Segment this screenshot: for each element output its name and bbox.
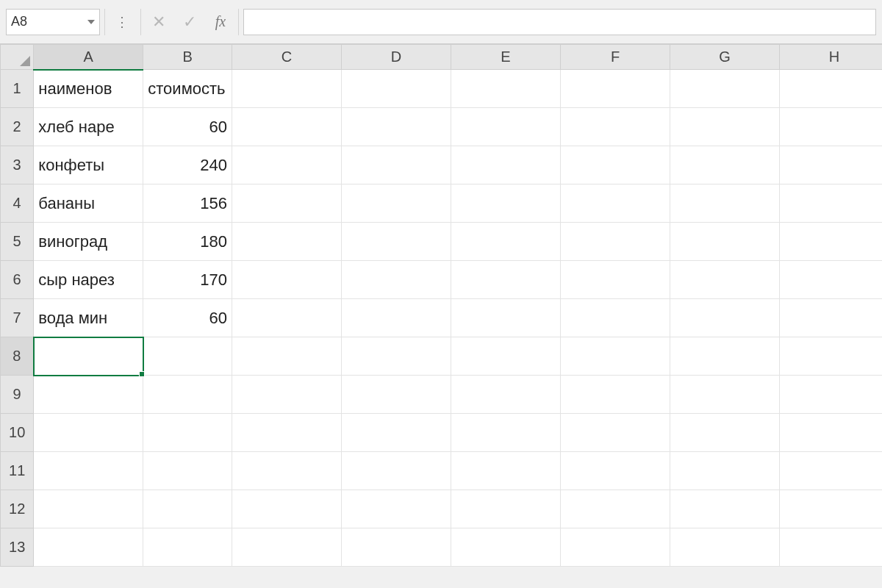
row-header[interactable]: 4 — [1, 184, 34, 223]
cell-B3[interactable]: 240 — [143, 146, 232, 184]
cell-G5[interactable] — [670, 223, 780, 261]
cell-G11[interactable] — [670, 452, 780, 490]
cell-F11[interactable] — [561, 452, 670, 490]
cell-B13[interactable] — [143, 528, 232, 567]
cell-E7[interactable] — [451, 299, 561, 337]
cell-F7[interactable] — [561, 299, 670, 337]
cell-E12[interactable] — [451, 490, 561, 528]
cell-H13[interactable] — [780, 528, 883, 567]
row-header[interactable]: 9 — [1, 376, 34, 414]
cell-B9[interactable] — [143, 376, 232, 414]
column-header-E[interactable]: E — [451, 45, 561, 70]
cell-D3[interactable] — [342, 146, 451, 184]
row-header[interactable]: 6 — [1, 261, 34, 299]
cell-C2[interactable] — [232, 108, 342, 146]
cell-A13[interactable] — [34, 528, 143, 567]
cell-A4[interactable]: бананы — [34, 184, 143, 223]
cell-H10[interactable] — [780, 414, 883, 452]
cell-B4[interactable]: 156 — [143, 184, 232, 223]
row-header[interactable]: 12 — [1, 490, 34, 528]
cell-E1[interactable] — [451, 70, 561, 108]
cell-H12[interactable] — [780, 490, 883, 528]
cell-C10[interactable] — [232, 414, 342, 452]
column-header-D[interactable]: D — [342, 45, 451, 70]
cell-D6[interactable] — [342, 261, 451, 299]
cell-A1[interactable]: наименов — [34, 70, 143, 108]
cell-E3[interactable] — [451, 146, 561, 184]
cell-D10[interactable] — [342, 414, 451, 452]
cell-G13[interactable] — [670, 528, 780, 567]
cell-B7[interactable]: 60 — [143, 299, 232, 337]
cell-C9[interactable] — [232, 376, 342, 414]
cell-D9[interactable] — [342, 376, 451, 414]
column-header-C[interactable]: C — [232, 45, 342, 70]
cell-F3[interactable] — [561, 146, 670, 184]
cell-D12[interactable] — [342, 490, 451, 528]
cell-A3[interactable]: конфеты — [34, 146, 143, 184]
more-icon[interactable]: ⋮ — [110, 9, 136, 35]
cell-G4[interactable] — [670, 184, 780, 223]
row-header[interactable]: 10 — [1, 414, 34, 452]
cell-A12[interactable] — [34, 490, 143, 528]
cell-E5[interactable] — [451, 223, 561, 261]
formula-input[interactable] — [243, 9, 876, 35]
cell-H5[interactable] — [780, 223, 883, 261]
cell-E2[interactable] — [451, 108, 561, 146]
column-header-A[interactable]: A — [34, 45, 143, 70]
cell-G10[interactable] — [670, 414, 780, 452]
cell-B6[interactable]: 170 — [143, 261, 232, 299]
cell-C4[interactable] — [232, 184, 342, 223]
cell-H3[interactable] — [780, 146, 883, 184]
cell-E11[interactable] — [451, 452, 561, 490]
cell-A8[interactable] — [34, 337, 143, 376]
cell-D1[interactable] — [342, 70, 451, 108]
cell-D5[interactable] — [342, 223, 451, 261]
cell-H11[interactable] — [780, 452, 883, 490]
name-box[interactable]: A8 — [6, 9, 100, 35]
row-header[interactable]: 13 — [1, 528, 34, 567]
cell-A5[interactable]: виноград — [34, 223, 143, 261]
cell-C3[interactable] — [232, 146, 342, 184]
row-header[interactable]: 2 — [1, 108, 34, 146]
cell-G1[interactable] — [670, 70, 780, 108]
cell-C5[interactable] — [232, 223, 342, 261]
cell-H2[interactable] — [780, 108, 883, 146]
row-header[interactable]: 5 — [1, 223, 34, 261]
cell-H1[interactable] — [780, 70, 883, 108]
cell-A2[interactable]: хлеб наре — [34, 108, 143, 146]
cell-C11[interactable] — [232, 452, 342, 490]
cell-F2[interactable] — [561, 108, 670, 146]
cell-B1[interactable]: стоимость — [143, 70, 232, 108]
cell-G2[interactable] — [670, 108, 780, 146]
cell-D8[interactable] — [342, 337, 451, 376]
cell-G12[interactable] — [670, 490, 780, 528]
cell-A11[interactable] — [34, 452, 143, 490]
cell-F8[interactable] — [561, 337, 670, 376]
cell-C6[interactable] — [232, 261, 342, 299]
cell-D11[interactable] — [342, 452, 451, 490]
cell-A9[interactable] — [34, 376, 143, 414]
cell-C7[interactable] — [232, 299, 342, 337]
cell-B12[interactable] — [143, 490, 232, 528]
cell-F13[interactable] — [561, 528, 670, 567]
cell-F1[interactable] — [561, 70, 670, 108]
cell-B8[interactable] — [143, 337, 232, 376]
cell-G7[interactable] — [670, 299, 780, 337]
row-header[interactable]: 11 — [1, 452, 34, 490]
row-header[interactable]: 3 — [1, 146, 34, 184]
cell-E4[interactable] — [451, 184, 561, 223]
cell-D7[interactable] — [342, 299, 451, 337]
cell-H6[interactable] — [780, 261, 883, 299]
cell-C8[interactable] — [232, 337, 342, 376]
cell-B2[interactable]: 60 — [143, 108, 232, 146]
cell-B5[interactable]: 180 — [143, 223, 232, 261]
cell-H8[interactable] — [780, 337, 883, 376]
cell-D13[interactable] — [342, 528, 451, 567]
cell-G6[interactable] — [670, 261, 780, 299]
cell-A10[interactable] — [34, 414, 143, 452]
cell-F5[interactable] — [561, 223, 670, 261]
cell-B10[interactable] — [143, 414, 232, 452]
select-all-corner[interactable] — [1, 45, 34, 70]
cell-H7[interactable] — [780, 299, 883, 337]
cell-E6[interactable] — [451, 261, 561, 299]
